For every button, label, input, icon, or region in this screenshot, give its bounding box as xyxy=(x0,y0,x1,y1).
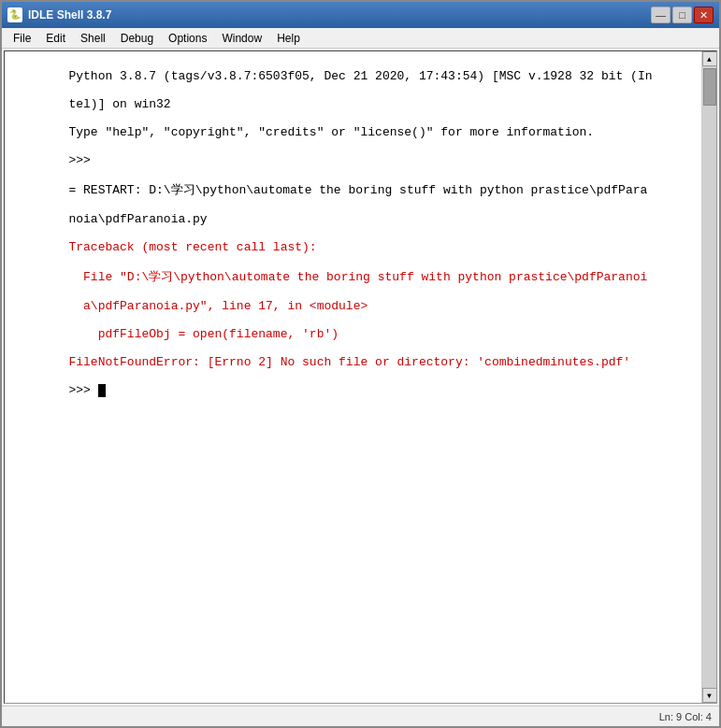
menu-window[interactable]: Window xyxy=(214,30,269,47)
scroll-track[interactable] xyxy=(702,66,716,688)
scrollbar: ▲ ▼ xyxy=(701,51,716,703)
restart-line1: = RESTART: D:\学习\python\automate the bor… xyxy=(68,183,647,197)
scroll-down-button[interactable]: ▼ xyxy=(702,688,717,703)
python-info-line: Type "help", "copyright", "credits" or "… xyxy=(68,125,594,139)
file-line1: File "D:\学习\python\automate the boring s… xyxy=(68,270,647,284)
error-line: FileNotFoundError: [Errno 2] No such fil… xyxy=(68,355,630,369)
menu-shell[interactable]: Shell xyxy=(73,30,113,47)
scroll-up-button[interactable]: ▲ xyxy=(702,51,717,66)
title-buttons: — □ ✕ xyxy=(651,7,714,23)
close-button[interactable]: ✕ xyxy=(694,7,714,23)
python-version-line2: tel)] on win32 xyxy=(68,97,170,111)
restart-line2: noia\pdfParanoia.py xyxy=(68,212,207,226)
title-bar: 🐍 IDLE Shell 3.8.7 — □ ✕ xyxy=(2,2,719,28)
prompt2: >>> xyxy=(68,383,97,397)
prompt1: >>> xyxy=(68,153,97,167)
menu-bar: File Edit Shell Debug Options Window Hel… xyxy=(2,28,719,49)
menu-debug[interactable]: Debug xyxy=(113,30,161,47)
cursor xyxy=(98,384,106,397)
title-bar-left: 🐍 IDLE Shell 3.8.7 xyxy=(7,7,111,22)
python-version-line1: Python 3.8.7 (tags/v3.8.7:6503f05, Dec 2… xyxy=(68,69,652,83)
shell-area[interactable]: Python 3.8.7 (tags/v3.8.7:6503f05, Dec 2… xyxy=(5,51,701,703)
traceback-header: Traceback (most recent call last): xyxy=(68,240,316,254)
minimize-button[interactable]: — xyxy=(651,7,671,23)
menu-options[interactable]: Options xyxy=(161,30,214,47)
code-line: pdfFileObj = open(filename, 'rb') xyxy=(68,327,339,341)
menu-help[interactable]: Help xyxy=(269,30,308,47)
app-icon: 🐍 xyxy=(7,7,22,22)
scroll-thumb[interactable] xyxy=(703,68,716,106)
maximize-button[interactable]: □ xyxy=(672,7,692,23)
status-text: Ln: 9 Col: 4 xyxy=(659,711,712,722)
window-title: IDLE Shell 3.8.7 xyxy=(28,8,111,21)
shell-wrapper: Python 3.8.7 (tags/v3.8.7:6503f05, Dec 2… xyxy=(4,50,717,704)
menu-file[interactable]: File xyxy=(6,30,38,47)
status-bar: Ln: 9 Col: 4 xyxy=(2,706,719,726)
menu-edit[interactable]: Edit xyxy=(38,30,73,47)
idle-window: 🐍 IDLE Shell 3.8.7 — □ ✕ File Edit Shell… xyxy=(0,0,721,728)
file-line2: a\pdfParanoia.py", line 17, in <module> xyxy=(68,299,368,313)
shell-content: Python 3.8.7 (tags/v3.8.7:6503f05, Dec 2… xyxy=(10,55,696,411)
